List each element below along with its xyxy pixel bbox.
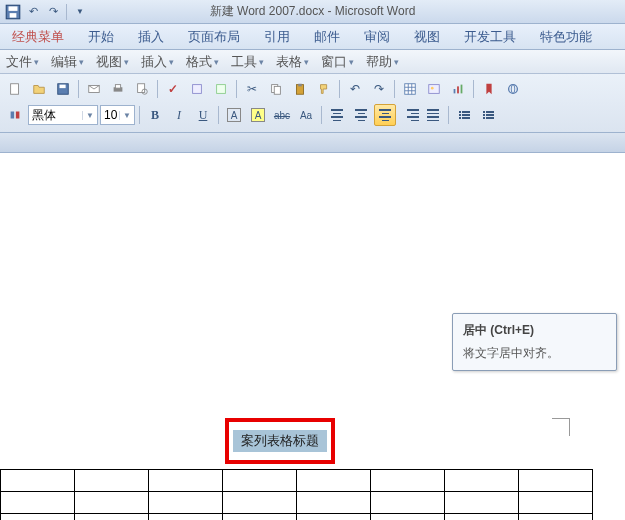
hyperlink-icon[interactable] — [502, 78, 524, 100]
svg-rect-30 — [16, 112, 20, 119]
chevron-down-icon: ▾ — [79, 57, 84, 67]
tab-special[interactable]: 特色功能 — [528, 28, 604, 46]
tooltip: 居中 (Ctrl+E) 将文字居中对齐。 — [452, 313, 617, 371]
style-icon[interactable] — [4, 104, 26, 126]
tab-developer[interactable]: 开发工具 — [452, 28, 528, 46]
align-center-button[interactable] — [350, 104, 372, 126]
align-left-button[interactable] — [326, 104, 348, 126]
justify-button[interactable] — [422, 104, 444, 126]
underline-button[interactable]: U — [192, 104, 214, 126]
tab-view[interactable]: 视图 — [402, 28, 452, 46]
svg-rect-24 — [454, 89, 456, 93]
italic-button[interactable]: I — [168, 104, 190, 126]
menu-help[interactable]: 帮助▾ — [360, 53, 405, 71]
menu-file[interactable]: 文件▾ — [0, 53, 45, 71]
chevron-down-icon: ▾ — [394, 57, 399, 67]
define-icon[interactable] — [210, 78, 232, 100]
align-center-button-active[interactable] — [374, 104, 396, 126]
research-icon[interactable] — [186, 78, 208, 100]
svg-rect-29 — [11, 112, 15, 119]
menu-edit[interactable]: 编辑▾ — [45, 53, 90, 71]
undo-icon[interactable]: ↶ — [344, 78, 366, 100]
font-family-select[interactable]: 黑体▼ — [28, 105, 98, 125]
table-row — [1, 470, 593, 492]
table-row — [1, 492, 593, 514]
ribbon-tabs: 经典菜单 开始 插入 页面布局 引用 邮件 审阅 视图 开发工具 特色功能 — [0, 24, 625, 50]
svg-rect-16 — [298, 84, 302, 87]
svg-rect-8 — [115, 85, 120, 89]
svg-rect-11 — [193, 85, 202, 94]
tab-layout[interactable]: 页面布局 — [176, 28, 252, 46]
ribbon-bottom-border — [0, 133, 625, 153]
print-preview-icon[interactable] — [131, 78, 153, 100]
svg-rect-22 — [429, 85, 440, 94]
chevron-down-icon: ▾ — [214, 57, 219, 67]
qat-dropdown-icon[interactable]: ▼ — [71, 3, 89, 21]
tab-review[interactable]: 审阅 — [352, 28, 402, 46]
bullet-list-button[interactable] — [453, 104, 475, 126]
toolbar-row-1: ✓ ✂ ↶ ↷ — [4, 77, 621, 101]
svg-point-27 — [509, 85, 518, 94]
tooltip-title: 居中 (Ctrl+E) — [463, 322, 606, 339]
print-icon[interactable] — [107, 78, 129, 100]
svg-point-28 — [511, 85, 515, 94]
change-case-icon[interactable]: Aa — [295, 104, 317, 126]
menu-tools[interactable]: 工具▾ — [225, 53, 270, 71]
open-icon[interactable] — [28, 78, 50, 100]
redo-icon[interactable]: ↷ — [44, 3, 62, 21]
insert-image-icon[interactable] — [423, 78, 445, 100]
chevron-down-icon: ▾ — [259, 57, 264, 67]
copy-icon[interactable] — [265, 78, 287, 100]
paste-icon[interactable] — [289, 78, 311, 100]
chevron-down-icon: ▾ — [349, 57, 354, 67]
highlight-box: 案列表格标题 — [225, 418, 335, 464]
cut-icon[interactable]: ✂ — [241, 78, 263, 100]
font-color-a-icon[interactable]: A — [223, 104, 245, 126]
chevron-down-icon: ▾ — [34, 57, 39, 67]
mail-icon[interactable] — [83, 78, 105, 100]
svg-point-23 — [431, 87, 434, 90]
bold-button[interactable]: B — [144, 104, 166, 126]
menu-view[interactable]: 视图▾ — [90, 53, 135, 71]
svg-rect-5 — [60, 85, 66, 89]
undo-icon[interactable]: ↶ — [24, 3, 42, 21]
font-size-select[interactable]: 10▼ — [100, 105, 135, 125]
redo-icon[interactable]: ↷ — [368, 78, 390, 100]
menu-window[interactable]: 窗口▾ — [315, 53, 360, 71]
tab-mailings[interactable]: 邮件 — [302, 28, 352, 46]
menu-insert[interactable]: 插入▾ — [135, 53, 180, 71]
table-caption-selected[interactable]: 案列表格标题 — [233, 430, 327, 452]
quick-access-toolbar: ↶ ↷ ▼ — [0, 3, 89, 21]
svg-rect-9 — [138, 84, 145, 93]
tab-insert[interactable]: 插入 — [126, 28, 176, 46]
save-icon[interactable] — [4, 3, 22, 21]
svg-rect-25 — [457, 86, 459, 93]
data-table[interactable] — [0, 469, 593, 520]
insert-chart-icon[interactable] — [447, 78, 469, 100]
toolbar: ✓ ✂ ↶ ↷ 黑体▼ 10▼ B I U A A abc Aa — [0, 74, 625, 133]
strikethrough-icon[interactable]: abc — [271, 104, 293, 126]
highlight-a-icon[interactable]: A — [247, 104, 269, 126]
tab-references[interactable]: 引用 — [252, 28, 302, 46]
menu-format[interactable]: 格式▾ — [180, 53, 225, 71]
save-icon[interactable] — [52, 78, 74, 100]
insert-table-icon[interactable] — [399, 78, 421, 100]
table-row — [1, 514, 593, 521]
format-painter-icon[interactable] — [313, 78, 335, 100]
number-list-button[interactable] — [477, 104, 499, 126]
tab-classic[interactable]: 经典菜单 — [0, 28, 76, 46]
new-doc-icon[interactable] — [4, 78, 26, 100]
classic-menubar: 文件▾ 编辑▾ 视图▾ 插入▾ 格式▾ 工具▾ 表格▾ 窗口▾ 帮助▾ — [0, 50, 625, 74]
tab-home[interactable]: 开始 — [76, 28, 126, 46]
bookmark-icon[interactable] — [478, 78, 500, 100]
chevron-down-icon: ▼ — [82, 111, 94, 120]
window-title: 新建 Word 2007.docx - Microsoft Word — [210, 3, 416, 20]
svg-rect-17 — [405, 84, 416, 95]
spellcheck-icon[interactable]: ✓ — [162, 78, 184, 100]
align-right-button[interactable] — [398, 104, 420, 126]
svg-rect-26 — [461, 85, 463, 94]
chevron-down-icon: ▾ — [124, 57, 129, 67]
document-area[interactable]: 居中 (Ctrl+E) 将文字居中对齐。 案列表格标题 — [0, 153, 625, 520]
menu-table[interactable]: 表格▾ — [270, 53, 315, 71]
svg-rect-12 — [217, 85, 226, 94]
